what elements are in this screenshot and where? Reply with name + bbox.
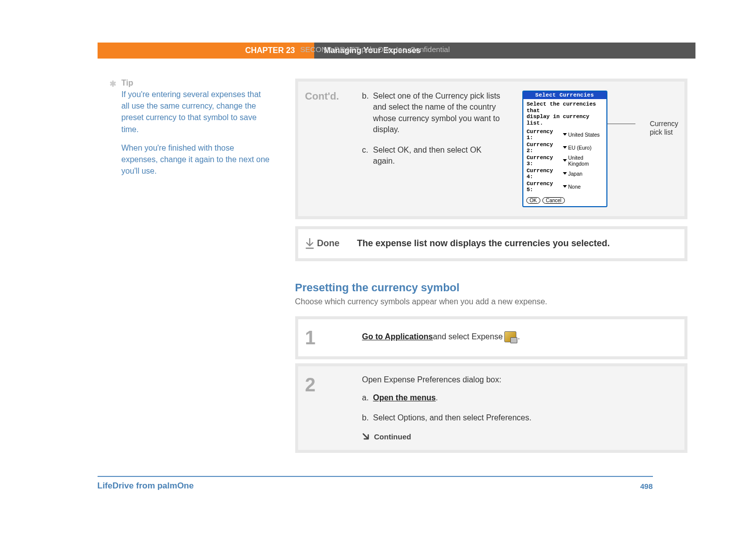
tip-sidebar: Tip If you're entering several expenses … [55,79,295,453]
confidential-header: SECOND DRAFT palmOne, Inc. Confidential [300,45,450,54]
currency-row-label: Currency 4: [527,168,563,180]
currency-row-value: EU (Euro) [568,145,592,151]
callout-line-2: pick list [650,128,678,137]
screenshot-msg-1: Select the currencies that [527,101,603,114]
done-box: Done The expense list now displays the c… [295,226,687,261]
done-label: Done [317,238,357,249]
ok-button: OK [526,197,540,204]
currency-row-label: Currency 2: [527,142,563,154]
tip-paragraph-1: If you're entering several expenses that… [122,89,271,135]
dropdown-icon [563,146,567,149]
step-1-box: 1 Go to Applications and select Expense … [295,316,687,359]
continued-arrow-icon [362,433,370,441]
main-content: Cont'd. b. Select one of the Currency pi… [295,79,695,453]
tip-label: Tip [122,79,271,88]
step2-letter-a: a. [362,392,373,403]
page-number: 498 [640,482,652,490]
callout-line-1: Currency [650,120,678,128]
product-name: LifeDrive from palmOne [98,481,640,491]
dropdown-icon [563,185,567,188]
done-text: The expense list now displays the curren… [357,238,679,249]
go-to-applications-link[interactable]: Go to Applications [362,332,433,341]
screenshot-msg-2: display in currency list. [527,114,603,126]
currency-row-label: Currency 5: [527,181,563,193]
open-the-menus-link[interactable]: Open the menus [373,393,436,402]
done-arrow-icon [305,238,317,249]
dropdown-icon [563,133,567,136]
currency-row-value: None [568,184,581,190]
step-letter-c: c. [362,145,373,156]
tip-body: If you're entering several expenses that… [122,89,271,177]
expense-app-icon [504,331,516,342]
step2-letter-b: b. [362,412,373,423]
screenshot-area: Select Currencies Select the currencies … [522,91,678,207]
step-number-2: 2 [305,375,357,394]
step2-a-after: . [436,393,438,402]
cancel-button: Cancel [542,197,565,204]
step-letter-b: b. [362,91,373,102]
contd-label: Cont'd. [305,91,357,102]
page-footer: LifeDrive from palmOne 498 [98,476,653,491]
callout-line [607,124,635,124]
currency-row-value: United Kingdom [568,155,603,167]
screenshot-title: Select Currencies [523,92,606,99]
select-currencies-screenshot: Select Currencies Select the currencies … [522,91,607,207]
section-heading: Presetting the currency symbol [295,281,687,294]
currency-row-value: United States [568,132,600,138]
currency-row-label: Currency 3: [527,155,563,167]
dropdown-icon [563,159,567,162]
step2-intro: Open Expense Preferences dialog box: [362,375,678,384]
callout-text: Currency pick list [650,120,678,137]
continued-step-box: Cont'd. b. Select one of the Currency pi… [295,79,687,219]
continued-label: Continued [374,432,411,441]
step1-text-after: and select Expense [433,332,503,341]
currency-row-label: Currency 1: [527,129,563,141]
tip-paragraph-2: When you're finished with those expenses… [122,142,271,177]
section-subtext: Choose which currency symbols appear whe… [295,297,687,306]
currency-row-value: Japan [568,171,583,177]
continued-indicator: Continued [362,432,678,441]
step-2-box: 2 Open Expense Preferences dialog box: a… [295,363,687,453]
step2-text-b: Select Options, and then select Preferen… [373,412,532,423]
step-number-1: 1 [305,328,357,347]
chapter-label: CHAPTER 23 [98,43,314,59]
dropdown-icon [563,172,567,175]
step-text-b: Select one of the Currency pick lists an… [373,91,503,136]
step1-period: . [518,332,520,341]
step-text-c: Select OK, and then select OK again. [373,145,503,167]
